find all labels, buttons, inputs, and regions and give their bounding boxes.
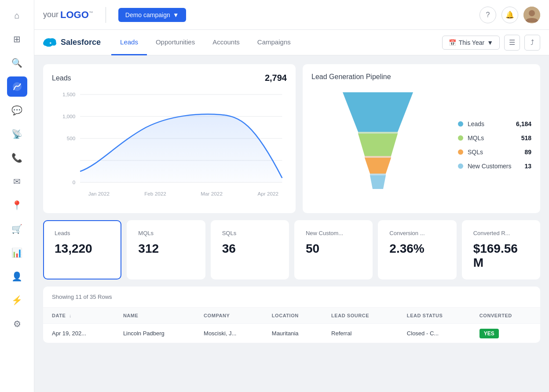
svg-text:0: 0 — [73, 180, 76, 185]
cell-name: Lincoln Padberg — [116, 324, 197, 343]
sidebar-item-settings[interactable]: ⚙ — [7, 314, 27, 334]
this-year-button[interactable]: 📅 This Year ▼ — [442, 36, 500, 50]
col-company: COMPANY — [197, 308, 265, 324]
bar-chart-icon: ☰ — [509, 38, 515, 47]
svg-text:Apr 2022: Apr 2022 — [257, 191, 278, 196]
leads-chart-title: Leads — [52, 74, 71, 82]
col-date: DATE ↓ — [43, 308, 116, 324]
svg-marker-24 — [365, 158, 391, 174]
stat-card-conversion[interactable]: Conversion ... 2.36% — [378, 220, 456, 279]
legend-value-new-customers: 13 — [524, 163, 531, 170]
legend-item-new-customers: New Customers 13 — [458, 163, 531, 170]
stat-card-sqls[interactable]: SQLs 36 — [211, 220, 289, 279]
mqls-color-dot — [458, 135, 463, 141]
sidebar-item-reports[interactable]: 📊 — [7, 243, 27, 263]
cell-converted: YES — [472, 324, 540, 343]
stat-value-sqls: 36 — [222, 242, 278, 256]
stat-label-sqls: SQLs — [222, 230, 278, 236]
svg-marker-23 — [358, 132, 398, 134]
legend-item-sqls: SQLs 89 — [458, 149, 531, 156]
stat-label-leads: Leads — [55, 230, 110, 236]
dropdown-icon: ▼ — [173, 11, 179, 18]
cell-location: Mauritania — [265, 324, 324, 343]
table-body: Apr 19, 202... Lincoln Padberg Mosciski,… — [43, 324, 540, 343]
pipeline-title: Lead Generation Pipeline — [311, 73, 531, 81]
help-icon: ? — [486, 11, 490, 19]
svg-text:1,500: 1,500 — [62, 92, 75, 97]
sidebar-item-signals[interactable]: 📡 — [7, 124, 27, 144]
topbar-divider — [106, 7, 106, 23]
sort-icon[interactable]: ↓ — [69, 313, 72, 318]
sidebar-item-plugins[interactable]: ⚡ — [7, 290, 27, 310]
tab-leads[interactable]: Leads — [111, 30, 147, 55]
legend-label-mqls: MQLs — [468, 134, 517, 142]
col-lead-status: LEAD STATUS — [400, 308, 472, 324]
svg-point-6 — [51, 41, 57, 45]
col-name: NAME — [116, 308, 197, 324]
cell-date: Apr 19, 202... — [43, 324, 116, 343]
table-head: DATE ↓ NAME COMPANY LOCATION LEAD SOURCE… — [43, 308, 540, 324]
sidebar-item-analytics[interactable] — [7, 76, 27, 97]
salesforce-name: Salesforce — [61, 38, 101, 47]
line-chart-svg: 1,500 1,000 500 0 Jan 2022 Feb 2022 Mar … — [52, 90, 287, 204]
bell-icon: 🔔 — [505, 11, 514, 19]
svg-text:Feb 2022: Feb 2022 — [144, 191, 166, 196]
stat-card-converted-revenue[interactable]: Converted R... $169.56 M — [462, 220, 540, 279]
demo-campaign-label: Demo campaign — [125, 11, 170, 18]
avatar[interactable] — [523, 7, 540, 23]
charts-row: Leads 2,794 1,500 1,000 500 — [43, 64, 540, 213]
stat-label-converted-revenue: Converted R... — [473, 230, 529, 236]
topbar: your LOGO™ Demo campaign ▼ ? 🔔 — [34, 0, 549, 30]
chart-view-button[interactable]: ☰ — [504, 35, 520, 51]
sidebar-item-home[interactable]: ⌂ — [7, 5, 27, 25]
converted-badge: YES — [479, 329, 499, 338]
tab-campaigns[interactable]: Campaigns — [249, 30, 300, 55]
stat-value-mqls: 312 — [138, 242, 194, 256]
stat-label-mqls: MQLs — [138, 230, 194, 236]
col-lead-source: LEAD SOURCE — [324, 308, 400, 324]
svg-text:500: 500 — [67, 136, 76, 141]
logo-logo: LOGO™ — [60, 9, 93, 21]
demo-campaign-button[interactable]: Demo campaign ▼ — [118, 8, 186, 22]
sidebar-item-location[interactable]: 📍 — [7, 195, 27, 215]
leads-table: DATE ↓ NAME COMPANY LOCATION LEAD SOURCE… — [43, 308, 540, 343]
tab-accounts[interactable]: Accounts — [204, 30, 249, 55]
sidebar-item-calls[interactable]: 📞 — [7, 148, 27, 168]
table-header-row: DATE ↓ NAME COMPANY LOCATION LEAD SOURCE… — [43, 308, 540, 324]
cell-company: Mosciski, J... — [197, 324, 265, 343]
pipeline-legend: Leads 6,184 MQLs 518 SQLs 89 — [458, 120, 531, 170]
legend-label-leads: Leads — [468, 120, 512, 127]
stat-card-mqls[interactable]: MQLs 312 — [127, 220, 205, 279]
svg-marker-27 — [370, 174, 386, 175]
sidebar-item-email[interactable]: ✉ — [7, 171, 27, 192]
legend-item-leads: Leads 6,184 — [458, 120, 531, 127]
legend-value-sqls: 89 — [524, 149, 531, 156]
share-button[interactable]: ⤴ — [524, 35, 540, 51]
sidebar-item-shop[interactable]: 🛒 — [7, 219, 27, 239]
svg-text:1,000: 1,000 — [62, 114, 75, 119]
sidebar-item-dashboard[interactable]: ⊞ — [7, 29, 27, 49]
leads-chart-value: 2,794 — [265, 73, 287, 83]
nav-right: 📅 This Year ▼ ☰ ⤴ — [442, 35, 540, 51]
sidebar: ⌂ ⊞ 🔍 💬 📡 📞 ✉ 📍 🛒 📊 👤 ⚡ ⚙ — [0, 0, 34, 392]
logo-your: your — [43, 10, 59, 19]
funnel-svg — [334, 88, 422, 202]
svg-text:Mar 2022: Mar 2022 — [201, 191, 223, 196]
tab-opportunities[interactable]: Opportunities — [147, 30, 204, 55]
nav-tabs: ★ Salesforce Leads Opportunities Account… — [34, 30, 549, 55]
stat-card-leads[interactable]: Leads 13,220 — [43, 220, 121, 279]
calendar-icon: 📅 — [449, 39, 456, 46]
leads-color-dot — [458, 121, 463, 127]
help-button[interactable]: ? — [479, 7, 496, 23]
svg-marker-26 — [370, 175, 386, 189]
sidebar-item-messages[interactable]: 💬 — [7, 100, 27, 120]
leads-line-chart-card: Leads 2,794 1,500 1,000 500 — [43, 64, 296, 213]
stat-card-new-customers[interactable]: New Custom... 50 — [294, 220, 373, 279]
col-converted: CONVERTED — [472, 308, 540, 324]
table-showing-text: Showing 11 of 35 Rows — [43, 287, 540, 308]
pipeline-card: Lead Generation Pipeline — [303, 64, 540, 213]
notification-button[interactable]: 🔔 — [501, 7, 518, 23]
sidebar-item-search[interactable]: 🔍 — [7, 53, 27, 73]
sidebar-item-users[interactable]: 👤 — [7, 266, 27, 287]
legend-item-mqls: MQLs 518 — [458, 134, 531, 142]
